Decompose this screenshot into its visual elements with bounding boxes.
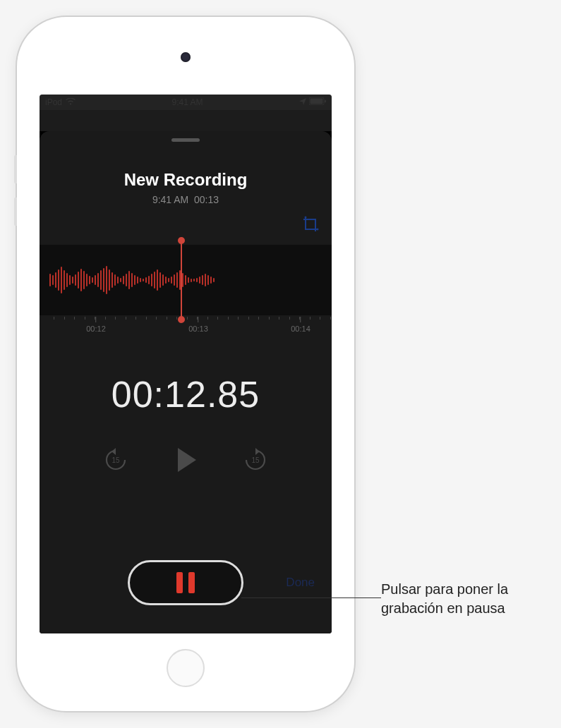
waveform-bar: [117, 277, 119, 284]
skip-back-15-button[interactable]: 15: [103, 447, 128, 473]
waveform-bar: [185, 275, 186, 285]
waveform-bar: [188, 277, 189, 283]
svg-rect-1: [310, 99, 323, 104]
waveform-bar: [213, 278, 215, 282]
waveform-bar: [159, 272, 161, 288]
waveform-bar: [134, 275, 135, 285]
waveform-bar: [162, 274, 164, 286]
trim-icon[interactable]: [302, 216, 319, 233]
waveform-bar: [111, 272, 113, 288]
done-button[interactable]: Done: [286, 576, 315, 590]
playhead-indicator[interactable]: [181, 241, 182, 320]
waveform-bar: [182, 273, 183, 287]
waveform-bar: [120, 278, 121, 282]
waveform-bar: [165, 277, 167, 284]
waveform-bar: [100, 270, 102, 290]
waveform-bar: [89, 276, 90, 284]
waveform-bar: [78, 272, 79, 289]
waveform-bar: [66, 273, 68, 287]
svg-point-3: [305, 217, 307, 219]
waveform-bar: [176, 272, 178, 288]
pause-recording-button[interactable]: [128, 560, 243, 605]
ruler-tick: 00:14: [291, 317, 310, 333]
waveform-bar: [168, 278, 169, 282]
waveform-bar: [126, 274, 127, 286]
waveform-bar: [143, 279, 144, 281]
waveform-bar: [92, 277, 93, 283]
waveform-bar: [123, 276, 124, 284]
waveform-bar: [210, 277, 212, 284]
waveform-bar: [131, 273, 133, 287]
waveform-bar: [151, 274, 152, 286]
wifi-icon: [66, 97, 76, 107]
waveform-bar: [97, 273, 99, 287]
waveform-bar: [52, 275, 54, 285]
waveform-bar: [106, 266, 107, 294]
front-camera: [181, 52, 191, 62]
location-icon: [299, 97, 306, 107]
waveform-bar: [72, 277, 73, 284]
status-time: 9:41 AM: [172, 97, 203, 107]
waveform-bar: [69, 275, 71, 285]
play-button[interactable]: [171, 445, 200, 475]
waveform-bar: [61, 267, 62, 293]
ruler-tick: 00:13: [188, 317, 208, 333]
waveform-bar: [114, 274, 116, 286]
background-dim: [40, 110, 332, 131]
waveform-bar: [103, 268, 104, 292]
battery-icon: [309, 97, 326, 107]
waveform-bar: [128, 271, 130, 289]
waveform-bar: [86, 274, 88, 286]
waveform-bar: [75, 274, 76, 286]
waveform-bar: [83, 271, 85, 289]
playback-controls: 15 15: [40, 445, 332, 475]
status-bar: iPod 9:41 AM: [40, 95, 332, 110]
ruler-tick: 00:12: [86, 317, 106, 333]
callout-text: Pulsar para poner la grabación en pausa: [381, 580, 550, 618]
ipod-device-frame: iPod 9:41 AM New Recording: [17, 17, 354, 711]
callout-leader-line: [241, 597, 381, 598]
elapsed-time-display: 00:12.85: [40, 373, 332, 415]
waveform-bar: [207, 275, 209, 285]
carrier-label: iPod: [45, 97, 62, 107]
waveform-bar: [55, 272, 56, 288]
waveform-bar: [171, 277, 172, 284]
waveform-bar: [145, 277, 147, 283]
waveform-bar: [95, 275, 96, 285]
home-button[interactable]: [167, 649, 205, 687]
waveform-bar: [205, 274, 206, 286]
waveform-bar: [202, 275, 203, 285]
waveform-bar: [64, 270, 65, 290]
volume-up-button[interactable]: [14, 155, 17, 183]
waveform-bar: [196, 278, 198, 282]
waveform-bar: [154, 272, 155, 289]
waveform-display[interactable]: [40, 245, 332, 315]
sheet-grabber[interactable]: [171, 138, 200, 142]
svg-rect-2: [325, 100, 326, 103]
recording-panel: New Recording 9:41 AM 00:13 00:12 00:13 …: [40, 131, 332, 633]
waveform-bar: [191, 279, 192, 282]
timeline-ruler: 00:12 00:13 00:14: [40, 317, 332, 338]
svg-point-4: [317, 229, 319, 231]
waveform-bar: [49, 274, 51, 286]
skip-forward-15-button[interactable]: 15: [243, 447, 268, 473]
waveform-bar: [140, 278, 141, 282]
volume-down-button[interactable]: [14, 198, 17, 226]
waveform-bar: [148, 276, 150, 284]
recording-subtitle: 9:41 AM 00:13: [40, 194, 332, 205]
waveform-bar: [109, 269, 110, 291]
device-screen: iPod 9:41 AM New Recording: [40, 95, 332, 633]
waveform-bar: [137, 277, 138, 284]
waveform-bar: [80, 269, 82, 291]
waveform-bar: [58, 269, 59, 291]
pause-icon: [176, 572, 195, 593]
waveform-bar: [193, 279, 195, 281]
waveform-bar: [157, 269, 158, 291]
waveform-bar: [199, 277, 200, 284]
recording-title: New Recording: [40, 170, 332, 190]
waveform-bar: [174, 274, 175, 286]
